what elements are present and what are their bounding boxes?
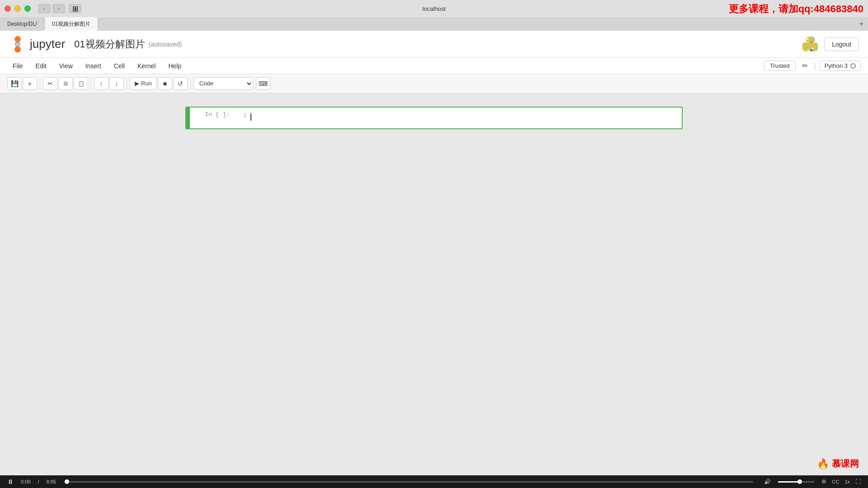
maximize-button[interactable] xyxy=(24,5,31,12)
window-title: localhost xyxy=(422,5,445,12)
move-up-icon: ↑ xyxy=(100,80,103,87)
svg-point-0 xyxy=(14,36,21,42)
total-time: 8:05 xyxy=(46,479,56,484)
python-logo-icon xyxy=(802,36,819,53)
copy-button[interactable]: ⧉ xyxy=(58,77,73,90)
flame-icon: 🔥 xyxy=(817,458,829,470)
player-controls-right: ⚙ CC 1x ⛶ xyxy=(821,479,861,485)
svg-point-1 xyxy=(14,46,21,52)
jupyter-logo-icon: Ju xyxy=(9,36,26,53)
restart-icon: ↺ xyxy=(178,80,183,87)
captions-button[interactable]: CC xyxy=(832,479,839,484)
tab-desktop[interactable]: Desktop/DL/ xyxy=(0,17,45,31)
kernel-name: Python 3 xyxy=(825,62,848,69)
move-down-icon: ↓ xyxy=(115,80,118,87)
keyboard-icon: ⌨ xyxy=(259,80,268,87)
autosaved-status: (autosaved) xyxy=(149,41,182,48)
jupyter-brand-text: jupyter xyxy=(30,37,65,51)
progress-thumb xyxy=(65,479,69,484)
paste-icon: 📋 xyxy=(78,80,85,87)
separator-2 xyxy=(91,78,91,89)
volume-bar[interactable] xyxy=(778,481,814,483)
toolbar: 💾 + ✂ ⧉ 📋 ↑ ↓ ▶ Run ■ ↺ Code Markdown Ra… xyxy=(0,74,868,93)
menubar-right: Trusted ✏ | Python 3 xyxy=(764,61,861,71)
kernel-status-circle xyxy=(850,63,856,69)
time-separator: / xyxy=(38,479,39,484)
fullscreen-button[interactable]: ⛶ xyxy=(855,479,861,485)
menu-view[interactable]: View xyxy=(54,61,78,71)
cell-prompt: In [ ]: xyxy=(190,108,235,128)
cell-input-area: 1 xyxy=(235,108,682,128)
prompt-text: In [ ]: xyxy=(205,111,230,118)
move-up-button[interactable]: ↑ xyxy=(94,77,108,90)
tab-label: Desktop/DL/ xyxy=(7,21,37,27)
code-cell[interactable]: In [ ]: 1 xyxy=(185,107,683,129)
volume-fill xyxy=(778,481,800,483)
volume-thumb xyxy=(797,479,802,484)
copy-icon: ⧉ xyxy=(64,80,68,87)
minimize-button[interactable] xyxy=(14,5,21,12)
current-time: 0:00 xyxy=(21,479,30,484)
cut-icon: ✂ xyxy=(47,80,53,87)
main-content: In [ ]: 1 xyxy=(0,93,868,475)
text-cursor xyxy=(250,113,251,121)
kernel-indicator: Python 3 xyxy=(820,61,861,71)
run-label: Run xyxy=(141,80,152,87)
titlebar: ‹ › ⊞ localhost 更多课程，请加qq:484683840 xyxy=(0,0,868,17)
traffic-lights xyxy=(5,5,31,12)
keyboard-shortcuts-button[interactable]: ⌨ xyxy=(256,77,270,90)
cell-active-indicator xyxy=(186,108,190,128)
menu-cell[interactable]: Cell xyxy=(108,61,130,71)
svg-text:Ju: Ju xyxy=(15,42,20,47)
watermark-bottom-text: 慕课网 xyxy=(832,458,859,470)
menu-kernel[interactable]: Kernel xyxy=(132,61,161,71)
tab-label: 01视频分解图片 xyxy=(52,20,90,28)
forward-button[interactable]: › xyxy=(52,4,65,13)
run-icon: ▶ xyxy=(135,80,139,87)
add-icon: + xyxy=(28,80,32,87)
cell-type-select[interactable]: Code Markdown Raw NBConvert Heading xyxy=(193,77,253,90)
logout-button[interactable]: Logout xyxy=(824,38,859,51)
trusted-button[interactable]: Trusted xyxy=(764,61,796,71)
watermark-bottom-right: 🔥 慕课网 xyxy=(817,458,859,470)
separator-1 xyxy=(40,78,40,89)
settings-icon[interactable]: ⚙ xyxy=(821,479,826,485)
separator-3 xyxy=(127,78,127,89)
jupyter-logo: Ju jupyter xyxy=(9,36,65,53)
move-down-button[interactable]: ↓ xyxy=(109,77,124,90)
menu-edit[interactable]: Edit xyxy=(30,61,52,71)
run-button[interactable]: ▶ Run xyxy=(130,77,157,90)
tabbar: Desktop/DL/ 01视频分解图片 + xyxy=(0,17,868,31)
header-right: Logout xyxy=(802,36,859,53)
watermark-top: 更多课程，请加qq:484683840 xyxy=(729,2,863,16)
paste-button[interactable]: 📋 xyxy=(74,77,88,90)
tab-add-button[interactable]: + xyxy=(855,17,868,31)
svg-point-5 xyxy=(812,47,814,49)
tab-notebook[interactable]: 01视频分解图片 xyxy=(45,17,98,31)
line-number: 1 xyxy=(237,111,250,125)
nav-buttons: ‹ › xyxy=(38,4,65,13)
menu-help[interactable]: Help xyxy=(163,61,187,71)
svg-point-4 xyxy=(807,38,809,40)
save-button[interactable]: 💾 xyxy=(7,77,22,90)
code-editor[interactable] xyxy=(250,111,680,125)
speed-button[interactable]: 1x xyxy=(844,479,850,484)
video-player-bar: ⏸ 0:00 / 8:05 🔊 ⚙ CC 1x ⛶ xyxy=(0,475,868,488)
menu-insert[interactable]: Insert xyxy=(80,61,107,71)
cut-button[interactable]: ✂ xyxy=(43,77,57,90)
restart-button[interactable]: ↺ xyxy=(173,77,188,90)
close-button[interactable] xyxy=(5,5,11,12)
menubar: File Edit View Insert Cell Kernel Help T… xyxy=(0,58,868,74)
add-cell-button[interactable]: + xyxy=(23,77,37,90)
jupyter-header: Ju jupyter 01视频分解图片 (autosaved) Logout xyxy=(0,31,868,58)
video-progress-bar[interactable] xyxy=(67,481,754,483)
separator-4 xyxy=(190,78,191,89)
sidebar-toggle[interactable]: ⊞ xyxy=(69,4,81,13)
edit-pencil-button[interactable]: ✏ xyxy=(799,61,811,71)
back-button[interactable]: ‹ xyxy=(38,4,51,13)
separator: | xyxy=(814,62,816,70)
pause-button[interactable]: ⏸ xyxy=(7,478,14,485)
stop-icon: ■ xyxy=(163,80,167,87)
menu-file[interactable]: File xyxy=(7,61,28,71)
stop-button[interactable]: ■ xyxy=(158,77,172,90)
